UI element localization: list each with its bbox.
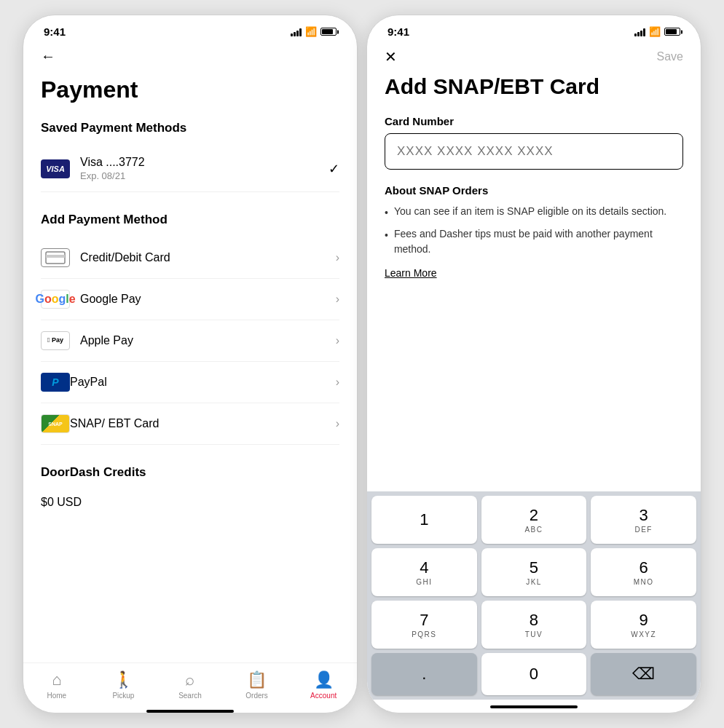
orders-label: Orders bbox=[245, 692, 268, 700]
numpad-key-0[interactable]: 0 bbox=[481, 653, 587, 695]
snap-ebt-arrow: › bbox=[336, 417, 339, 430]
credit-card-arrow: › bbox=[336, 251, 339, 264]
account-label: Account bbox=[310, 692, 337, 700]
snap-ebt-label: SNAP/ EBT Card bbox=[70, 417, 336, 430]
numpad-key-1[interactable]: 1 bbox=[371, 496, 477, 544]
visa-payment-item[interactable]: VISA Visa ....3772 Exp. 08/21 ✓ bbox=[41, 146, 339, 192]
paypal-arrow: › bbox=[336, 376, 339, 389]
paypal-row[interactable]: P PayPal › bbox=[41, 362, 339, 403]
snap-bullet-1: • You can see if an item is SNAP eligibl… bbox=[385, 204, 683, 221]
screen2-header: ✕ Save bbox=[367, 42, 701, 74]
svg-rect-1 bbox=[46, 255, 65, 258]
google-pay-label: Google Pay bbox=[80, 293, 336, 306]
snap-card-screen: 9:41 📶 ✕ Save Add SNAP/E bbox=[366, 15, 701, 713]
numpad-key-backspace[interactable]: ⌫ bbox=[591, 653, 696, 695]
apple-pay-arrow: › bbox=[336, 334, 339, 347]
numpad-key-5[interactable]: 5 JKL bbox=[481, 548, 587, 596]
nav-search[interactable]: ⌕ Search bbox=[157, 670, 224, 700]
back-button[interactable]: ← bbox=[41, 42, 339, 71]
numpad-key-9[interactable]: 9 WXYZ bbox=[591, 601, 696, 649]
close-button[interactable]: ✕ bbox=[385, 48, 397, 66]
credits-title: DoorDash Credits bbox=[41, 465, 339, 480]
snap-ebt-row[interactable]: SNAP SNAP/ EBT Card › bbox=[41, 403, 339, 445]
credit-card-label: Credit/Debit Card bbox=[80, 251, 336, 264]
wifi-icon: 📶 bbox=[305, 26, 317, 37]
search-label: Search bbox=[178, 692, 202, 700]
visa-icon: VISA bbox=[41, 159, 70, 178]
payment-screen: 9:41 📶 ← Payment Saved Payment Methods bbox=[23, 15, 358, 713]
numpad-key-6[interactable]: 6 MNO bbox=[591, 548, 696, 596]
saved-methods-title: Saved Payment Methods bbox=[41, 121, 339, 135]
home-label: Home bbox=[47, 692, 66, 700]
save-button[interactable]: Save bbox=[657, 50, 683, 63]
pickup-icon: 🚶 bbox=[114, 670, 133, 689]
status-time-2: 9:41 bbox=[387, 25, 409, 38]
credit-card-row[interactable]: Credit/Debit Card › bbox=[41, 237, 339, 279]
visa-name: Visa ....3772 bbox=[80, 156, 328, 169]
battery-icon bbox=[320, 28, 337, 36]
nav-orders[interactable]: 📋 Orders bbox=[224, 670, 291, 700]
numpad-key-8[interactable]: 8 TUV bbox=[481, 601, 587, 649]
signal-icon bbox=[291, 28, 302, 36]
credit-card-icon bbox=[41, 248, 70, 267]
bullet-dot-1: • bbox=[385, 205, 388, 221]
bottom-nav: ⌂ Home 🚶 Pickup ⌕ Search 📋 Orders 👤 Acco… bbox=[23, 662, 357, 705]
nav-account[interactable]: 👤 Account bbox=[290, 670, 357, 700]
nav-home[interactable]: ⌂ Home bbox=[23, 670, 90, 700]
google-pay-icon: Google bbox=[41, 290, 70, 309]
home-indicator-2 bbox=[490, 705, 578, 708]
add-methods-section: Add Payment Method Credit/Debit Card › bbox=[41, 213, 339, 445]
snap-bullet-text-2: Fees and Dasher tips must be paid with a… bbox=[394, 226, 683, 257]
add-methods-title: Add Payment Method bbox=[41, 213, 339, 227]
bullet-dot-2: • bbox=[385, 228, 388, 243]
screen2-body: Add SNAP/EBT Card Card Number About SNAP… bbox=[367, 74, 701, 491]
saved-methods-section: Saved Payment Methods VISA Visa ....3772… bbox=[41, 121, 339, 192]
checkmark-icon: ✓ bbox=[328, 161, 339, 177]
page-title: Payment bbox=[41, 76, 339, 103]
about-snap-title: About SNAP Orders bbox=[385, 184, 683, 197]
google-pay-row[interactable]: Google Google Pay › bbox=[41, 279, 339, 320]
learn-more-link[interactable]: Learn More bbox=[385, 267, 437, 279]
card-number-label: Card Number bbox=[385, 115, 683, 127]
home-indicator bbox=[146, 710, 234, 713]
paypal-icon: P bbox=[41, 373, 70, 392]
home-icon: ⌂ bbox=[52, 670, 61, 689]
search-icon: ⌕ bbox=[185, 670, 194, 689]
status-icons-2: 📶 bbox=[634, 26, 680, 37]
numpad-key-4[interactable]: 4 GHI bbox=[371, 548, 477, 596]
status-bar-2: 9:41 📶 bbox=[367, 15, 701, 42]
screen1-content: ← Payment Saved Payment Methods VISA Vis… bbox=[23, 42, 357, 662]
wifi-icon-2: 📶 bbox=[649, 26, 661, 37]
orders-icon: 📋 bbox=[247, 670, 267, 689]
visa-info: Visa ....3772 Exp. 08/21 bbox=[80, 156, 328, 181]
visa-expiry: Exp. 08/21 bbox=[80, 170, 328, 181]
numpad-key-3[interactable]: 3 DEF bbox=[591, 496, 696, 544]
pickup-label: Pickup bbox=[112, 692, 134, 700]
card-number-input[interactable] bbox=[385, 133, 683, 170]
paypal-label: PayPal bbox=[70, 376, 336, 389]
snap-ebt-icon: SNAP bbox=[41, 414, 70, 433]
screen2-content: ✕ Save Add SNAP/EBT Card Card Number Abo… bbox=[367, 42, 701, 713]
numpad: 1 2 ABC 3 DEF 4 GHI 5 JKL bbox=[367, 491, 701, 700]
snap-card-title: Add SNAP/EBT Card bbox=[385, 74, 683, 99]
apple-pay-label: Apple Pay bbox=[80, 334, 336, 347]
signal-icon-2 bbox=[634, 28, 645, 36]
status-bar: 9:41 📶 bbox=[23, 15, 357, 42]
nav-pickup[interactable]: 🚶 Pickup bbox=[90, 670, 157, 700]
status-icons: 📶 bbox=[291, 26, 337, 37]
snap-bullet-2: • Fees and Dasher tips must be paid with… bbox=[385, 226, 683, 257]
numpad-key-7[interactable]: 7 PQRS bbox=[371, 601, 477, 649]
apple-pay-icon:  Pay bbox=[41, 331, 70, 350]
account-icon: 👤 bbox=[314, 670, 334, 689]
numpad-key-2[interactable]: 2 ABC bbox=[481, 496, 587, 544]
status-time: 9:41 bbox=[44, 25, 66, 38]
google-pay-arrow: › bbox=[336, 293, 339, 306]
numpad-key-dot[interactable]: . bbox=[371, 653, 477, 695]
credits-section: DoorDash Credits $0 USD bbox=[41, 465, 339, 515]
apple-pay-row[interactable]:  Pay Apple Pay › bbox=[41, 320, 339, 362]
snap-bullet-text-1: You can see if an item is SNAP eligible … bbox=[394, 204, 666, 219]
backspace-icon: ⌫ bbox=[632, 665, 655, 684]
battery-icon-2 bbox=[664, 28, 680, 36]
credits-amount: $0 USD bbox=[41, 490, 339, 515]
